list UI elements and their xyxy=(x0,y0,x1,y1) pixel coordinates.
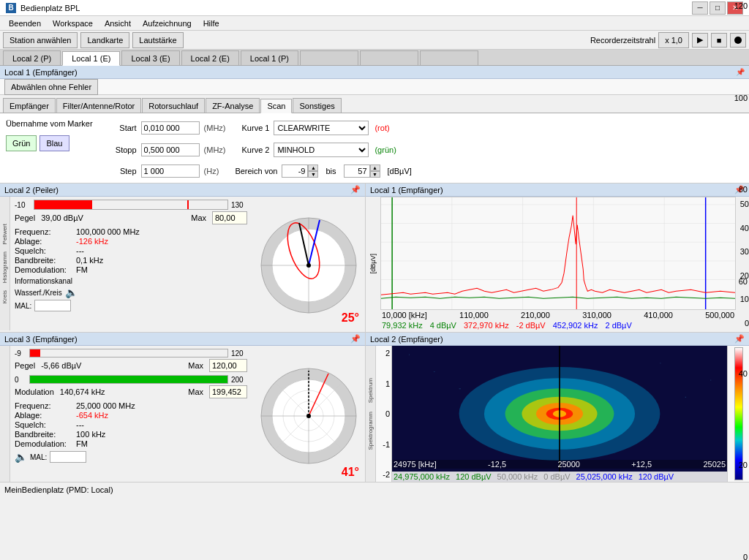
kurve1-select[interactable]: CLEARWRITE MINHOLD MAXHOLD xyxy=(274,121,369,135)
svg-rect-45 xyxy=(660,363,660,363)
marker-0-val: 4 dBµV xyxy=(430,321,456,330)
tab-empty1[interactable] xyxy=(300,50,358,65)
inner-tab-scan[interactable]: Scan xyxy=(260,99,292,113)
mod-track xyxy=(29,375,228,384)
marker-0-freq: 79,932 kHz xyxy=(382,321,423,330)
bereich-bis-input[interactable] xyxy=(344,164,370,178)
mod-max-input[interactable] xyxy=(209,385,247,398)
bereich-von-input[interactable] xyxy=(282,164,308,178)
multiplier-button[interactable]: x 1,0 xyxy=(658,32,689,48)
lautstaerke-button[interactable]: Lautstärke xyxy=(132,32,183,48)
stopp-input[interactable] xyxy=(141,143,200,156)
svg-rect-44 xyxy=(459,388,461,389)
xaxis-0: 10,000 [kHz] xyxy=(382,311,427,319)
speaker-icon[interactable]: 🔈 xyxy=(65,287,78,298)
step-unit: (Hz) xyxy=(204,167,219,175)
pegel-value: 39,00 dBµV xyxy=(41,213,83,222)
peliwert-tab[interactable]: Peliwert xyxy=(1,224,8,244)
peiler-content: -10 130 Pegel 39,00 dBµV Max xyxy=(10,197,252,330)
local3-speaker-icon[interactable]: 🔈 xyxy=(15,451,27,463)
kurve2-color: (grün) xyxy=(374,145,396,154)
tab-local1e[interactable]: Local 1 (E) xyxy=(62,51,120,66)
blau-button[interactable]: Blau xyxy=(39,135,69,151)
step-input[interactable] xyxy=(141,164,200,178)
tab-local1p[interactable]: Local 1 (P) xyxy=(241,50,298,65)
bereich-bis-spinner: ▲ ▼ xyxy=(344,164,380,178)
mal-input[interactable] xyxy=(34,300,71,311)
max-label: Max xyxy=(191,213,206,222)
inner-tab-sonstiges[interactable]: Sonstiges xyxy=(293,98,341,113)
menu-ansicht[interactable]: Ansicht xyxy=(99,18,137,29)
local2-empf-header: Local 2 (Empfänger) 📌 xyxy=(366,333,749,346)
local3-ablage-label: Ablage: xyxy=(15,411,73,420)
peiler-sidebar: Peliwert Histogramm Kreis xyxy=(0,197,10,330)
kurve2-label: Kurve 2 xyxy=(242,145,270,154)
local3-level-fill xyxy=(30,349,40,357)
mod-min: 0 xyxy=(15,376,26,384)
max-input[interactable] xyxy=(212,211,247,224)
menu-beenden[interactable]: Beenden xyxy=(3,18,47,29)
cb-100: 100 xyxy=(734,94,748,102)
bereich-label: Bereich von xyxy=(235,167,277,175)
minimize-button[interactable]: ─ xyxy=(692,1,708,15)
spektrum-tab[interactable]: Spektrum xyxy=(367,378,374,403)
local3-angle-label: 41° xyxy=(342,466,359,479)
stop-button[interactable]: ■ xyxy=(711,33,727,48)
heatmap-xaxis: 24975 [kHz] -12,5 25000 +12,5 25025 xyxy=(392,460,727,469)
local3-pegel-label: Pegel xyxy=(15,361,35,370)
wasserf-label: Wasserf./Kreis xyxy=(15,289,62,297)
tab-empty2[interactable] xyxy=(360,50,418,65)
local3-bandbreite-value: 100 kHz xyxy=(76,430,247,439)
inner-tab-rotorsuchlauf[interactable]: Rotorsuchlauf xyxy=(142,98,205,113)
section-title: Local 1 (Empfänger) xyxy=(4,68,78,77)
bereich-bis-down[interactable]: ▼ xyxy=(370,171,380,178)
colorbar-container: 120 100 80 60 40 20 0 xyxy=(727,346,749,482)
local3-pin-icon[interactable]: 📌 xyxy=(350,334,361,344)
kurve1-label: Kurve 1 xyxy=(242,124,270,132)
squelch-value: --- xyxy=(76,246,247,255)
local1-xaxis: 10,000 [kHz] 110,000 210,000 310,000 410… xyxy=(380,310,736,320)
tab-local3e[interactable]: Local 3 (E) xyxy=(121,50,179,65)
angle-label: 25° xyxy=(342,311,359,325)
menu-aufzeichnung[interactable]: Aufzeichnung xyxy=(137,18,197,29)
spektrogramm-tab[interactable]: Spektrogramm xyxy=(367,412,374,450)
xaxis-5: 500,000 xyxy=(705,311,734,319)
play-button[interactable]: ▶ xyxy=(692,33,708,48)
hyaxis-2: 2 xyxy=(376,349,390,357)
kurve2-select[interactable]: MINHOLD CLEARWRITE MAXHOLD xyxy=(274,143,369,157)
histogramm-tab[interactable]: Histogramm xyxy=(1,251,8,283)
gruen-button[interactable]: Grün xyxy=(6,135,37,151)
freq-value: 100,000 000 MHz xyxy=(76,227,247,236)
tab-local2p[interactable]: Local 2 (P) xyxy=(3,50,61,65)
landkarte-button[interactable]: Landkarte xyxy=(80,32,129,48)
menu-workspace[interactable]: Workspace xyxy=(47,18,99,29)
local3-squelch-label: Squelch: xyxy=(15,420,73,429)
svg-rect-47 xyxy=(710,380,711,381)
menu-hilfe[interactable]: Hilfe xyxy=(197,18,225,29)
inner-tab-filter[interactable]: Filter/Antenne/Rotor xyxy=(56,98,141,113)
kreis-tab[interactable]: Kreis xyxy=(1,290,8,303)
mod-max-label: Max xyxy=(188,387,203,396)
bereich-bis-up[interactable]: ▲ xyxy=(370,164,380,171)
tab-local2e[interactable]: Local 2 (E) xyxy=(181,50,239,65)
local3-max-input[interactable] xyxy=(209,359,247,372)
local2-pin-icon[interactable]: 📌 xyxy=(350,185,361,194)
local3-mal-input[interactable] xyxy=(50,451,86,463)
tab-empty3[interactable] xyxy=(420,50,478,65)
local3-demod-value: FM xyxy=(76,439,247,448)
local3-mal-row: 🔈 MAL: xyxy=(15,451,247,463)
inner-tab-zfanalyse[interactable]: ZF-Analyse xyxy=(206,98,260,113)
bereich-von-up[interactable]: ▲ xyxy=(308,164,318,171)
restore-button[interactable]: □ xyxy=(710,1,726,15)
bereich-von-down[interactable]: ▼ xyxy=(308,171,318,178)
mal-label: MAL: xyxy=(15,302,31,310)
error-button[interactable]: Abwählen ohne Fehler xyxy=(4,79,98,95)
wasserf-row: Wasserf./Kreis 🔈 xyxy=(15,287,247,298)
inner-tab-empfaenger[interactable]: Empfänger xyxy=(3,98,56,113)
hxaxis-2: 25000 xyxy=(557,460,580,469)
colorbar-labels: 120 100 80 60 40 20 0 xyxy=(733,1,748,560)
hxaxis-0: 24975 [kHz] xyxy=(394,460,437,469)
panels-area: Local 2 (Peiler) 📌 Peliwert Histogramm K… xyxy=(0,183,749,482)
station-button[interactable]: Station anwählen xyxy=(3,32,78,48)
start-input[interactable] xyxy=(141,121,200,135)
